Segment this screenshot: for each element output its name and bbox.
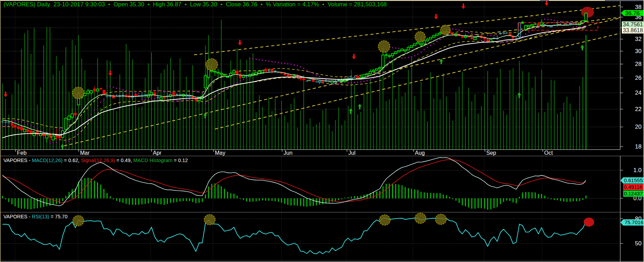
svg-text:28: 28 bbox=[635, 61, 642, 67]
svg-text:VAPORES - RSI(13) = 75.70: VAPORES - RSI(13) = 75.70 bbox=[3, 214, 68, 219]
svg-text:26: 26 bbox=[635, 75, 642, 81]
svg-text:0.49118: 0.49118 bbox=[624, 184, 642, 190]
svg-text:18: 18 bbox=[635, 143, 642, 150]
svg-text:33.8618: 33.8618 bbox=[623, 27, 643, 33]
svg-text:Oct: Oct bbox=[544, 150, 553, 156]
svg-text:Apr: Apr bbox=[153, 150, 162, 156]
svg-text:50: 50 bbox=[635, 240, 642, 247]
svg-text:0.124371: 0.124371 bbox=[624, 191, 644, 196]
svg-text:Sep: Sep bbox=[486, 150, 496, 156]
svg-text:24: 24 bbox=[635, 90, 642, 96]
svg-text:Jul: Jul bbox=[348, 150, 355, 156]
svg-text:Mar: Mar bbox=[80, 150, 90, 156]
svg-text:30: 30 bbox=[635, 48, 642, 54]
svg-text:22: 22 bbox=[635, 106, 642, 112]
svg-text:(VAPORES) Daily 23-10-2017 9:: (VAPORES) Daily 23-10-2017 9:30:03 • Ope… bbox=[3, 1, 387, 8]
svg-text:VAPORES - MACD(12,26) = 0.62,: VAPORES - MACD(12,26) = 0.62, Signal(12,… bbox=[3, 158, 188, 163]
svg-text:34.7561: 34.7561 bbox=[623, 22, 643, 27]
svg-text:1.0: 1.0 bbox=[633, 167, 642, 174]
svg-text:38: 38 bbox=[635, 4, 642, 10]
svg-text:Aug: Aug bbox=[415, 150, 425, 156]
svg-text:36.76: 36.76 bbox=[625, 10, 640, 17]
svg-text:Jun: Jun bbox=[284, 150, 293, 156]
svg-text:20: 20 bbox=[635, 124, 642, 130]
svg-text:32: 32 bbox=[635, 36, 642, 42]
svg-text:0.615553: 0.615553 bbox=[624, 177, 644, 183]
svg-text:75.7016: 75.7016 bbox=[625, 219, 643, 225]
svg-text:May: May bbox=[215, 150, 225, 156]
svg-text:Feb: Feb bbox=[17, 150, 27, 156]
